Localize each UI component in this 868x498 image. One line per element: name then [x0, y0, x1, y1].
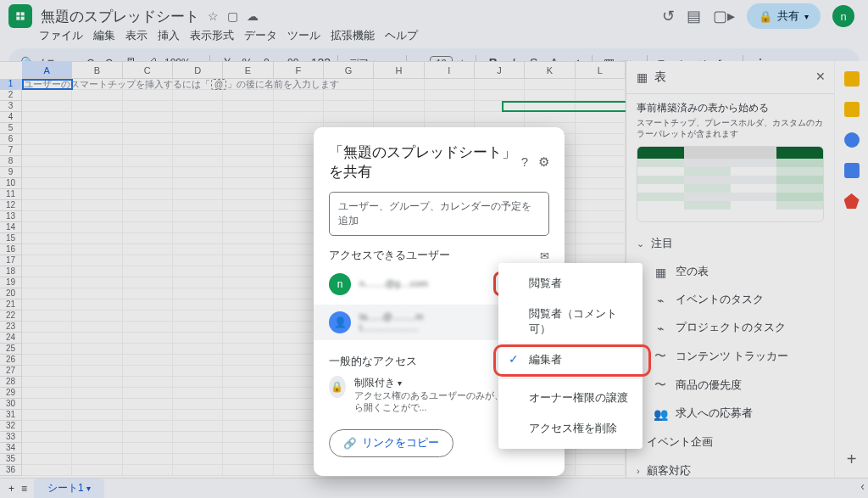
gear-icon[interactable]: ⚙ — [538, 154, 549, 170]
help-icon[interactable]: ? — [521, 154, 528, 170]
lock-icon: 🔒 — [329, 376, 346, 398]
mail-icon[interactable]: ✉ — [540, 249, 549, 262]
owner-avatar: n — [329, 273, 351, 295]
share-people-input[interactable]: ユーザー、グループ、カレンダーの予定を追加 — [329, 192, 549, 236]
editor-name: ta......@.........m — [359, 311, 423, 322]
editor-avatar: 👤 — [329, 311, 351, 333]
role-viewer[interactable]: 閲覧者 — [498, 268, 643, 299]
role-menu: 閲覧者 閲覧者（コメント可） 編集者 オーナー権限の譲渡 アクセス権を削除 — [498, 263, 643, 449]
role-remove[interactable]: アクセス権を削除 — [498, 413, 643, 444]
owner-email: n........@g....com — [359, 278, 428, 289]
access-users-label: アクセスできるユーザー ✉ — [329, 248, 549, 263]
editor-sub: t........................ — [359, 323, 423, 333]
copy-link-button[interactable]: 🔗 リンクをコピー — [329, 429, 453, 457]
role-transfer-ownership[interactable]: オーナー権限の譲渡 — [498, 383, 643, 413]
role-commenter[interactable]: 閲覧者（コメント可） — [498, 299, 643, 344]
role-editor[interactable]: 編集者 — [498, 344, 643, 375]
link-icon: 🔗 — [343, 437, 357, 450]
dialog-title: 「無題のスプレッドシート」を共有 — [329, 143, 521, 182]
